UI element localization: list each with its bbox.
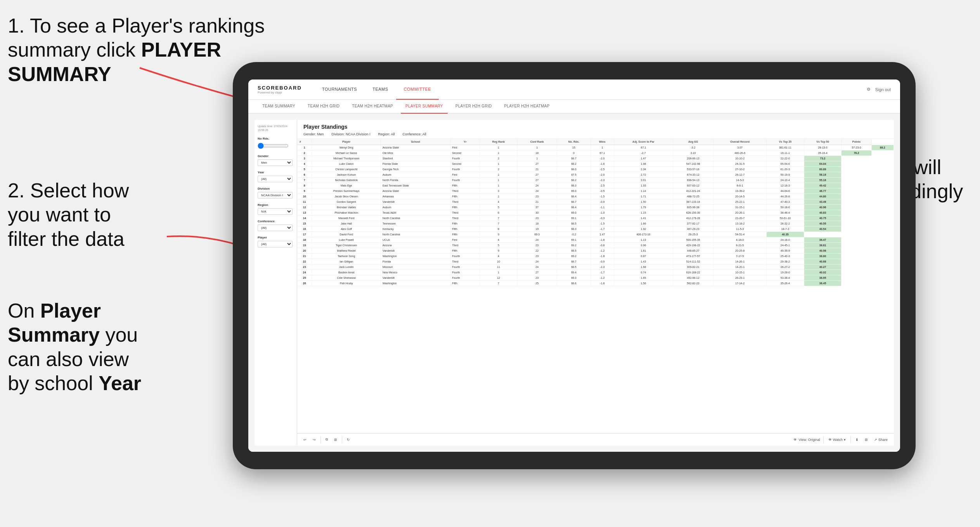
cell-23-3: Fourth [450,270,480,275]
table-row[interactable]: 15Jake HallTennesseeFifth71868.5-1.51.66… [297,221,894,226]
cell-19-10: 20-25-8 [713,248,767,254]
nav-tournaments[interactable]: TOURNAMENTS [314,79,365,100]
update-info: Update time: 27/03/2024 16:56:26 [258,124,294,132]
col-adj-score[interactable]: Adj. Score to Par [614,139,673,145]
cell-20-0: 21 [297,254,312,259]
toolbar-undo[interactable]: ↩ [302,437,308,442]
cell-19-4: 9 [480,248,517,254]
col-reg-rank[interactable]: Reg Rank [480,139,517,145]
cell-7-5: 24 [517,183,557,188]
table-row[interactable]: 4Luke ClatonFlorida StateSecond12768.2-1… [297,161,894,167]
toolbar-redo[interactable]: ↪ [311,437,317,442]
toolbar-watch[interactable]: 👁 Watch ▾ [827,437,847,442]
table-row[interactable]: 8Mats EgeEast Tennessee StateFifth12468.… [297,183,894,188]
cell-14-12: 40.55 [804,221,841,226]
view-label[interactable]: 👁 View: Original [793,438,820,442]
col-no-rds[interactable]: No. Rds. [557,139,590,145]
table-row[interactable]: 2Michael Le SassoOle MissSecond118067.1-… [297,150,894,156]
cell-23-0: 24 [297,270,312,275]
cell-2-10: 10-10-2 [713,156,767,161]
table-row[interactable]: 23Jack LundinMissouriFourth112468.5-2.31… [297,264,894,270]
table-row[interactable]: 1Wenyi DingArizona StateFirst1115167.1-3… [297,145,894,150]
header-right: ⚙ Sign out [867,87,891,92]
table-row[interactable]: 18Luke PowellUCLAFirst42469.1-1.81.13500… [297,237,894,243]
cell-21-4: 10 [480,259,517,264]
data-table-container[interactable]: # Player School Yr Reg Rank Conf Rank No… [297,139,894,433]
col-conf-rank[interactable]: Conf Rank [517,139,557,145]
col-vs-top25[interactable]: Vs Top 25 [767,139,804,145]
no-rds-slider[interactable] [258,143,289,149]
view-label-text: View: Original [798,438,820,442]
cell-12-5: 30 [517,210,557,216]
cell-9-10: 20-14-5 [713,194,767,199]
toolbar-copy[interactable]: ⧉ [324,437,329,442]
col-points[interactable]: Points [841,139,871,145]
table-row[interactable]: 12Brendan ValdesAuburnFifth53768.4-1.11.… [297,205,894,210]
table-row[interactable]: 19Tiger ChristensenArizonaThird52369.2-0… [297,243,894,248]
table-row[interactable]: 17David FordNorth CarolinaFifth969.0-0.2… [297,232,894,237]
nav-teams[interactable]: TEAMS [365,79,396,100]
cell-9-11: 44-26-8 [767,194,804,199]
sub-nav-team-h2h-grid[interactable]: TEAM H2H GRID [303,100,344,114]
cell-0-7: 1 [590,145,614,150]
cell-15-3: Fifth [450,226,480,232]
col-overall[interactable]: Overall Record [713,139,767,145]
filter-year-select[interactable]: (All) First Second Third Fourth Fifth [258,176,293,182]
filter-gender-select[interactable]: Men Women [258,159,293,166]
table-row[interactable]: 3Michael ThorbjornsenStanfordFourth2168.… [297,156,894,161]
cell-0-14: 88.2 [871,145,893,150]
toolbar-expand[interactable]: ⊞ [863,437,869,442]
filter-conference-select[interactable]: (All) [258,225,293,231]
col-player[interactable]: Player [312,139,381,145]
table-row[interactable]: 20Matthew RiedelVanderbiltFifth92268.5-1… [297,248,894,254]
cell-1-11: 19-11-1 [767,150,804,156]
table-row[interactable]: 10Jacob Skov OlesenArkansasFifth12368.4-… [297,194,894,199]
cell-4-8: 2.34 [614,167,673,172]
sub-nav-team-summary[interactable]: TEAM SUMMARY [258,100,300,114]
table-row[interactable]: 22Ian GilliganFloridaThird102468.7-0.91.… [297,259,894,264]
cell-3-6: 68.2 [557,161,590,167]
col-school[interactable]: School [381,139,450,145]
col-yr[interactable]: Yr [450,139,480,145]
table-row[interactable]: 26Petr HrubyWashingtonFifth72568.6-1.81.… [297,281,894,286]
table-row[interactable]: 16Alex GoffKentuckyFifth81968.3-1.71.924… [297,226,894,232]
toolbar-refresh[interactable]: ↻ [345,437,351,442]
sub-nav-player-h2h-grid[interactable]: PLAYER H2H GRID [451,100,497,114]
cell-11-4: 5 [480,205,517,210]
table-row[interactable]: 5Christo LamprechtGeorgia TechFourth2216… [297,167,894,172]
cell-1-8: -2.7 [614,150,673,156]
col-vs-top50[interactable]: Vs Top 50 [804,139,841,145]
cell-2-1: Michael Thorbjornsen [312,156,381,161]
col-rank[interactable]: # [297,139,312,145]
cell-8-7: -0.5 [590,188,614,194]
cell-0-10: 3.07 [713,145,767,150]
sub-nav-player-summary[interactable]: PLAYER SUMMARY [401,100,448,114]
nav-committee[interactable]: COMMITTEE [396,79,439,100]
cell-20-8: 0.87 [614,254,673,259]
toolbar-share[interactable]: ↗ Share [873,437,889,442]
table-row[interactable]: 14Maxwell FordNorth CarolinaThird72369.1… [297,216,894,221]
cell-9-0: 10 [297,194,312,199]
table-row[interactable]: 11Gordon SargentVanderbiltThird42168.7-0… [297,199,894,205]
cell-8-10: 19-39-2 [713,188,767,194]
col-avg-sg[interactable]: Avg SG [673,139,713,145]
filter-gender-label: Gender [258,154,294,158]
table-row[interactable]: 9Preston SummerhaysArizona StateThird324… [297,188,894,194]
filter-player-select[interactable]: (All) [258,241,293,247]
table-row[interactable]: 25Cole SherwoodVanderbiltFourth122369.3-… [297,275,894,281]
table-row[interactable]: 13Phichaksn MaichonTexas A&MThird63069.0… [297,210,894,216]
toolbar-download[interactable]: ⬇ [854,437,860,442]
filter-region-select[interactable]: N/A [258,208,293,215]
cell-0-1: Wenyi Ding [312,145,381,150]
sign-out[interactable]: Sign out [875,87,891,92]
table-row[interactable]: 24Bastien AmatNew MexicoFourth12769.4-1.… [297,270,894,275]
sub-nav-player-h2h-heatmap[interactable]: PLAYER H2H HEATMAP [500,100,554,114]
table-row[interactable]: 21Taehoon SongWashingtonFourth42369.2-1.… [297,254,894,259]
table-row[interactable]: 6Jackson KoivunAuburnFirst12767.5-2.02.7… [297,172,894,178]
sub-nav-team-h2h-heatmap[interactable]: TEAM H2H HEATMAP [347,100,398,114]
toolbar-paste[interactable]: ⊞ [332,437,339,442]
col-wins[interactable]: Wins [590,139,614,145]
table-row[interactable]: 7Nicholas GabrelcikNorth FloridaFourth12… [297,178,894,183]
filter-division-select[interactable]: NCAA Division I [258,192,293,199]
cell-22-3: Fourth [450,264,480,270]
